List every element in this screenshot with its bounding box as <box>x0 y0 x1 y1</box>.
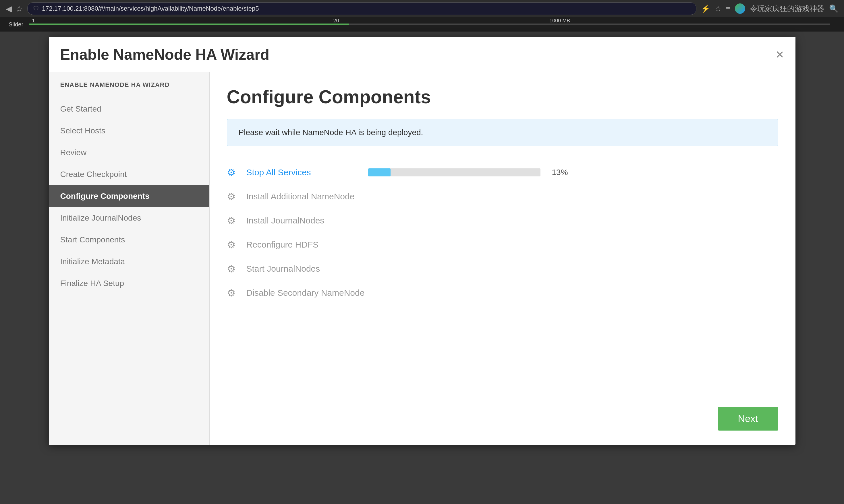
sidebar-heading: ENABLE NAMENODE HA WIZARD <box>49 80 209 98</box>
url-text: 172.17.100.21:8080/#/main/services/highA… <box>42 5 259 12</box>
url-bar[interactable]: 🛡 172.17.100.21:8080/#/main/services/hig… <box>27 2 696 15</box>
task-label-stop-services: Stop All Services <box>246 167 356 177</box>
gear-icon-install-journalnodes: ⚙ <box>227 215 240 226</box>
task-reconfigure-hdfs: ⚙ Reconfigure HDFS <box>227 233 778 257</box>
close-button[interactable]: × <box>776 48 784 61</box>
task-install-journalnodes: ⚙ Install JournalNodes <box>227 209 778 233</box>
slider-mark-1000: 1000 MB <box>549 18 570 24</box>
task-start-journalnodes: ⚙ Start JournalNodes <box>227 257 778 281</box>
user-logo <box>735 3 745 14</box>
sidebar-item-select-hosts[interactable]: Select Hosts <box>49 120 209 142</box>
sidebar-item-initialize-metadata[interactable]: Initialize Metadata <box>49 251 209 272</box>
task-label-install-namenode: Install Additional NameNode <box>246 192 356 201</box>
browser-chrome: ◀ ☆ 🛡 172.17.100.21:8080/#/main/services… <box>0 0 844 17</box>
task-label-start-journalnodes: Start JournalNodes <box>246 264 356 274</box>
progress-pct-stop-services: 13% <box>552 168 572 177</box>
sidebar-item-configure-components[interactable]: Configure Components <box>49 185 209 207</box>
progress-fill-stop-services <box>368 168 391 176</box>
slider-label: Slider <box>8 21 23 28</box>
shield-icon: 🛡 <box>33 5 39 12</box>
sidebar-item-start-components[interactable]: Start Components <box>49 229 209 251</box>
sidebar-item-review[interactable]: Review <box>49 142 209 163</box>
modal-body: ENABLE NAMENODE HA WIZARD Get Started Se… <box>49 72 795 445</box>
back-button[interactable]: ◀ <box>6 4 12 14</box>
gear-icon-reconfigure-hdfs: ⚙ <box>227 239 240 250</box>
slider-mark-1: 1 <box>32 18 35 24</box>
menu-icon[interactable]: ≡ <box>726 4 730 13</box>
modal-title-bar: Enable NameNode HA Wizard × <box>49 37 795 72</box>
wizard-sidebar: ENABLE NAMENODE HA WIZARD Get Started Se… <box>49 72 210 445</box>
sidebar-item-get-started[interactable]: Get Started <box>49 98 209 120</box>
gear-icon-stop-services: ⚙ <box>227 167 240 178</box>
task-label-disable-secondary: Disable Secondary NameNode <box>246 288 365 298</box>
gear-icon-start-journalnodes: ⚙ <box>227 263 240 274</box>
user-label: 令玩家疯狂的游戏神器 <box>750 4 825 14</box>
progress-bar-stop-services <box>368 168 540 176</box>
browser-right-icons: ⚡ ☆ ≡ 令玩家疯狂的游戏神器 🔍 <box>701 3 838 14</box>
task-stop-all-services: ⚙ Stop All Services 13% <box>227 160 778 184</box>
task-disable-secondary-namenode: ⚙ Disable Secondary NameNode <box>227 281 778 305</box>
sidebar-item-create-checkpoint[interactable]: Create Checkpoint <box>49 163 209 185</box>
lightning-icon: ⚡ <box>701 4 710 13</box>
slider-bar: Slider 1 20 1000 MB <box>0 17 844 32</box>
main-content: Configure Components Please wait while N… <box>210 72 795 395</box>
info-banner: Please wait while NameNode HA is being d… <box>227 119 778 146</box>
next-button[interactable]: Next <box>718 407 778 431</box>
modal-title: Enable NameNode HA Wizard <box>60 46 270 63</box>
section-title: Configure Components <box>227 86 778 108</box>
star-button[interactable]: ☆ <box>16 4 23 14</box>
nav-buttons[interactable]: ◀ ☆ <box>6 4 23 14</box>
bookmark-icon: ☆ <box>715 4 721 13</box>
task-label-reconfigure-hdfs: Reconfigure HDFS <box>246 240 356 250</box>
search-icon[interactable]: 🔍 <box>829 4 838 13</box>
task-install-additional-namenode: ⚙ Install Additional NameNode <box>227 184 778 209</box>
gear-icon-install-namenode: ⚙ <box>227 191 240 202</box>
task-label-install-journalnodes: Install JournalNodes <box>246 216 356 226</box>
sidebar-item-initialize-journalnodes[interactable]: Initialize JournalNodes <box>49 207 209 229</box>
modal-wrapper: Enable NameNode HA Wizard × ENABLE NAMEN… <box>0 32 844 504</box>
modal-dialog: Enable NameNode HA Wizard × ENABLE NAMEN… <box>49 37 795 445</box>
sidebar-item-finalize-ha-setup[interactable]: Finalize HA Setup <box>49 272 209 294</box>
footer-row: Next <box>210 395 795 445</box>
slider-track[interactable]: 1 20 1000 MB <box>29 23 830 25</box>
gear-icon-disable-secondary: ⚙ <box>227 287 240 299</box>
slider-mark-20: 20 <box>333 18 339 24</box>
